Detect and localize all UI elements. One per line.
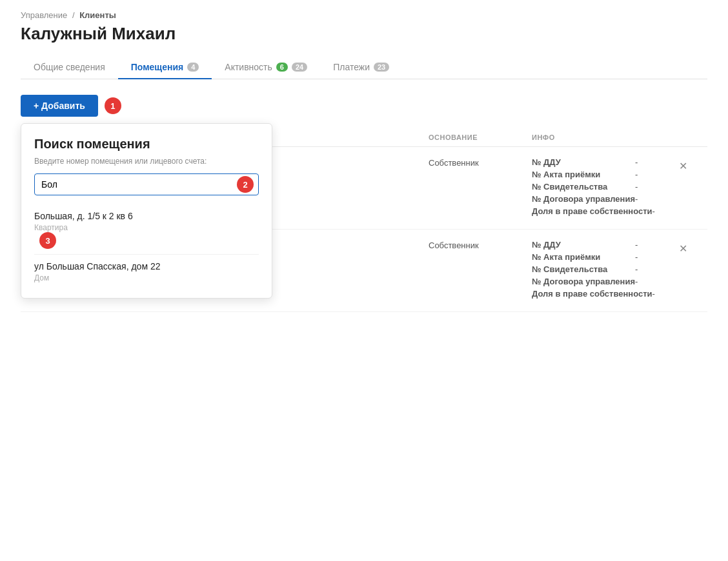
search-popup-title: Поиск помещения — [34, 137, 259, 152]
info-cert-value: - — [635, 182, 638, 192]
step-badge-2: 2 — [237, 176, 254, 193]
row2-info-contract-label: № Договора управления — [532, 277, 635, 286]
row2-info-act-value: - — [635, 252, 638, 262]
row1-delete-button[interactable]: ✕ — [674, 157, 693, 175]
row2-basis-col: Собственник — [423, 240, 527, 250]
info-ddu-label: № ДДУ — [532, 157, 635, 167]
add-button-label: + Добавить — [34, 101, 85, 111]
info-share-value: - — [652, 206, 655, 216]
search-result-1-type: Квартира — [34, 223, 259, 232]
row2-info-contract-value: - — [635, 277, 638, 286]
col-info: ИНФО — [527, 133, 669, 141]
tab-activity-badge1: 6 — [276, 63, 288, 72]
search-result-2-type: Дом — [34, 273, 259, 282]
info-contract-value: - — [635, 194, 638, 204]
breadcrumb: Управление / Клиенты — [21, 10, 707, 20]
row2-delete-button[interactable]: ✕ — [674, 240, 693, 257]
search-result-1[interactable]: Большая, д. 1/5 к 2 кв 6 Квартира 3 — [34, 204, 259, 255]
row1-info-col: № ДДУ- № Акта приёмки- № Свидетельства- … — [527, 157, 669, 219]
page-title: Калужный Михаил — [21, 24, 707, 44]
tab-payments-label: Платежи — [333, 62, 370, 72]
tab-general[interactable]: Общие сведения — [21, 55, 118, 79]
row2-ownership: Собственник — [429, 241, 479, 250]
row1-ownership: Собственник — [429, 158, 479, 168]
tab-rooms[interactable]: Помещения 4 — [118, 55, 212, 79]
search-popup: Поиск помещения Введите номер помещения … — [21, 123, 272, 299]
breadcrumb-parent[interactable]: Управление — [21, 10, 67, 20]
info-share-label: Доля в праве собственности — [532, 206, 652, 216]
info-contract-label: № Договора управления — [532, 194, 635, 204]
tab-activity-label: Активность — [225, 62, 272, 72]
search-result-2-title: ул Большая Спасская, дом 22 — [34, 261, 259, 271]
row2-info-ddu-label: № ДДУ — [532, 240, 635, 250]
tab-activity-badge2: 24 — [292, 63, 307, 72]
row2-info-act-label: № Акта приёмки — [532, 252, 635, 262]
tab-activity[interactable]: Активность 6 24 — [212, 55, 320, 79]
search-result-2[interactable]: ул Большая Спасская, дом 22 Дом — [34, 255, 259, 288]
add-button[interactable]: + Добавить — [21, 95, 98, 117]
col-actions — [669, 133, 707, 141]
row2-info-cert-label: № Свидетельства — [532, 264, 635, 274]
row2-info-share-value: - — [652, 289, 655, 299]
tab-payments[interactable]: Платежи 23 — [320, 55, 402, 79]
info-act-value: - — [635, 170, 638, 179]
row2-info-cert-value: - — [635, 264, 638, 274]
step-badge-3: 3 — [39, 232, 56, 249]
tab-rooms-badge: 4 — [187, 63, 199, 72]
step-badge-1: 1 — [105, 97, 121, 114]
row2-info-share-label: Доля в праве собственности — [532, 289, 652, 299]
search-input[interactable] — [34, 173, 259, 195]
info-act-label: № Акта приёмки — [532, 170, 635, 179]
row2-actions-col: ✕ — [669, 240, 707, 257]
search-result-1-title: Большая, д. 1/5 к 2 кв 6 — [34, 211, 259, 221]
breadcrumb-current[interactable]: Клиенты — [79, 10, 116, 20]
tab-payments-badge: 23 — [374, 63, 389, 72]
col-basis: ОСНОВАНИЕ — [423, 133, 527, 141]
row2-info-ddu-value: - — [635, 240, 638, 250]
info-cert-label: № Свидетельства — [532, 182, 635, 192]
search-popup-hint: Введите номер помещения или лицевого сче… — [34, 157, 259, 166]
breadcrumb-separator: / — [72, 10, 75, 20]
tabs-bar: Общие сведения Помещения 4 Активность 6 … — [21, 55, 707, 79]
tab-rooms-label: Помещения — [131, 62, 183, 72]
row2-info-col: № ДДУ- № Акта приёмки- № Свидетельства- … — [527, 240, 669, 301]
info-ddu-value: - — [635, 157, 638, 167]
tab-general-label: Общие сведения — [34, 62, 105, 72]
row1-actions-col: ✕ — [669, 157, 707, 175]
row1-basis-col: Собственник — [423, 157, 527, 168]
